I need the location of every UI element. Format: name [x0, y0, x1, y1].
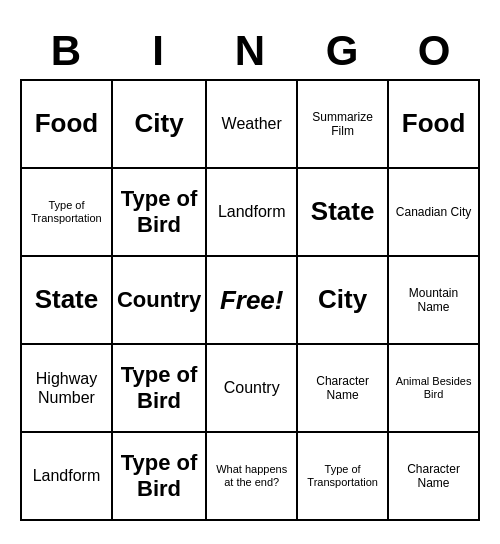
cell-text: Character Name	[302, 374, 383, 403]
cell-text: Type of Bird	[117, 362, 201, 415]
cell-text: State	[35, 284, 99, 315]
cell-r1-c0: Type of Transportation	[22, 169, 113, 257]
cell-text: Landform	[33, 466, 101, 485]
cell-text: Country	[117, 287, 201, 313]
cell-r4-c3: Type of Transportation	[298, 433, 389, 521]
cell-text: Mountain Name	[393, 286, 474, 315]
cell-r3-c1: Type of Bird	[113, 345, 207, 433]
cell-text: City	[135, 108, 184, 139]
bingo-grid: FoodCityWeatherSummarize FilmFoodType of…	[20, 79, 480, 521]
cell-text: Country	[224, 378, 280, 397]
cell-r2-c0: State	[22, 257, 113, 345]
cell-r0-c4: Food	[389, 81, 480, 169]
cell-text: Summarize Film	[302, 110, 383, 139]
cell-r4-c1: Type of Bird	[113, 433, 207, 521]
cell-r0-c0: Food	[22, 81, 113, 169]
cell-r4-c0: Landform	[22, 433, 113, 521]
cell-text: State	[311, 196, 375, 227]
cell-r1-c3: State	[298, 169, 389, 257]
bingo-header: BINGO	[20, 23, 480, 79]
cell-r2-c2: Free!	[207, 257, 298, 345]
cell-text: Landform	[218, 202, 286, 221]
header-letter: B	[20, 23, 112, 79]
cell-text: Type of Bird	[117, 450, 201, 503]
cell-r2-c3: City	[298, 257, 389, 345]
cell-r1-c4: Canadian City	[389, 169, 480, 257]
cell-r3-c2: Country	[207, 345, 298, 433]
header-letter: I	[112, 23, 204, 79]
cell-r4-c4: Character Name	[389, 433, 480, 521]
cell-text: Character Name	[393, 462, 474, 491]
cell-r3-c0: Highway Number	[22, 345, 113, 433]
cell-text: Food	[35, 108, 99, 139]
header-letter: G	[296, 23, 388, 79]
cell-text: Type of Transportation	[302, 463, 383, 489]
cell-text: Animal Besides Bird	[393, 375, 474, 401]
cell-r3-c4: Animal Besides Bird	[389, 345, 480, 433]
cell-text: Weather	[222, 114, 282, 133]
cell-r1-c2: Landform	[207, 169, 298, 257]
cell-r0-c2: Weather	[207, 81, 298, 169]
cell-r3-c3: Character Name	[298, 345, 389, 433]
cell-text: Type of Transportation	[26, 199, 107, 225]
cell-text: Canadian City	[396, 205, 471, 219]
cell-text: Food	[402, 108, 466, 139]
cell-r1-c1: Type of Bird	[113, 169, 207, 257]
header-letter: N	[204, 23, 296, 79]
cell-text: What happens at the end?	[211, 463, 292, 489]
cell-r2-c1: Country	[113, 257, 207, 345]
bingo-card: BINGO FoodCityWeatherSummarize FilmFoodT…	[10, 13, 490, 531]
cell-r0-c1: City	[113, 81, 207, 169]
cell-text: City	[318, 284, 367, 315]
header-letter: O	[388, 23, 480, 79]
cell-text: Type of Bird	[117, 186, 201, 239]
cell-text: Highway Number	[26, 369, 107, 407]
cell-r0-c3: Summarize Film	[298, 81, 389, 169]
cell-r4-c2: What happens at the end?	[207, 433, 298, 521]
cell-text: Free!	[220, 285, 284, 316]
cell-r2-c4: Mountain Name	[389, 257, 480, 345]
